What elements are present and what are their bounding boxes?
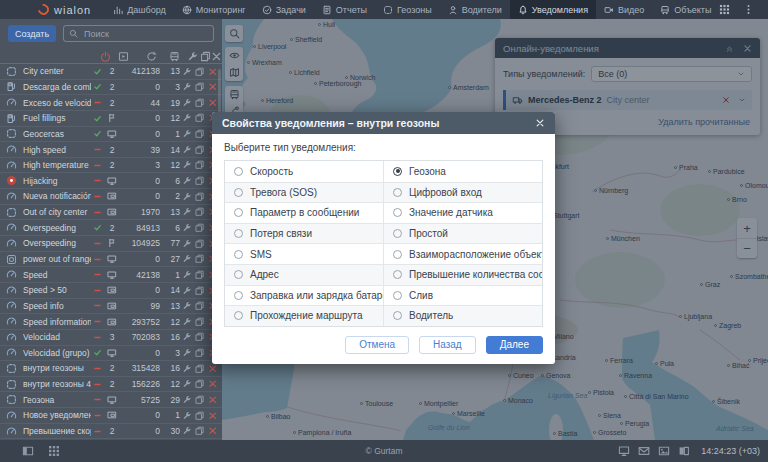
status-toggle[interactable]	[91, 395, 104, 404]
status-toggle[interactable]	[91, 301, 104, 310]
delete-button[interactable]	[206, 411, 219, 421]
zoom-out-button[interactable]: −	[737, 238, 757, 258]
notification-types-select[interactable]: Все (0)	[591, 66, 752, 82]
create-notification-button[interactable]: Создать	[8, 25, 56, 42]
edit-button[interactable]	[180, 364, 193, 374]
notification-row[interactable]: High speed23914	[0, 142, 222, 158]
status-toggle[interactable]	[91, 270, 104, 279]
notification-row[interactable]: Descarga de combus...203	[0, 80, 222, 96]
edit-button[interactable]	[180, 270, 193, 280]
notification-row[interactable]: внутри геозоны 4215622612	[0, 377, 222, 393]
radio-unselected[interactable]	[234, 311, 243, 320]
delete-button[interactable]	[206, 379, 219, 389]
nav-item-monitoring[interactable]: Мониторинг	[174, 0, 254, 19]
copy-button[interactable]	[193, 286, 206, 296]
radio-unselected[interactable]	[234, 188, 243, 197]
radio-unselected[interactable]	[234, 291, 243, 300]
map-layers-button[interactable]	[225, 64, 243, 81]
edit-button[interactable]	[180, 145, 193, 155]
cancel-button[interactable]: Отмена	[345, 336, 409, 354]
radio-unselected[interactable]	[393, 229, 402, 238]
edit-button[interactable]	[180, 223, 193, 233]
copy-button[interactable]	[193, 395, 206, 405]
notification-row[interactable]: Speed info9913	[0, 299, 222, 315]
notification-row[interactable]: power out of range027	[0, 252, 222, 268]
nav-item-video[interactable]: Видео	[596, 0, 652, 19]
next-button[interactable]: Далее	[486, 336, 543, 354]
radio-unselected[interactable]	[393, 188, 402, 197]
units-column-icon[interactable]	[169, 51, 180, 62]
edit-column-icon[interactable]	[187, 51, 198, 62]
status-toggle[interactable]	[91, 317, 104, 326]
edit-button[interactable]	[180, 129, 193, 139]
edit-button[interactable]	[180, 426, 193, 436]
edit-button[interactable]	[180, 254, 193, 264]
notification-row[interactable]: Exceso de velocidad24419	[0, 95, 222, 111]
edit-button[interactable]	[180, 113, 193, 123]
edit-button[interactable]	[180, 82, 193, 92]
copy-button[interactable]	[193, 113, 206, 123]
radio-unselected[interactable]	[393, 270, 402, 279]
close-icon[interactable]	[743, 44, 752, 53]
notification-type-option[interactable]: Потеря связи	[225, 224, 384, 244]
edit-button[interactable]	[180, 332, 193, 342]
status-toggle[interactable]	[91, 208, 104, 217]
notification-type-option[interactable]: Тревога (SOS)	[225, 183, 384, 203]
status-toggle[interactable]	[91, 427, 104, 436]
notification-row[interactable]: Speed information29375212	[0, 314, 222, 330]
edit-button[interactable]	[180, 192, 193, 202]
notification-row[interactable]: Hijacking06	[0, 173, 222, 189]
status-toggle[interactable]	[91, 348, 104, 357]
notification-type-option[interactable]: Значение датчика	[384, 203, 542, 223]
edit-button[interactable]	[180, 67, 193, 77]
status-toggle[interactable]	[91, 255, 104, 264]
edit-button[interactable]	[180, 395, 193, 405]
edit-button[interactable]	[180, 286, 193, 296]
activation-column-icon[interactable]	[100, 51, 111, 62]
copy-button[interactable]	[193, 129, 206, 139]
copy-column-icon[interactable]	[200, 51, 211, 62]
edit-button[interactable]	[180, 98, 193, 108]
copy-button[interactable]	[193, 270, 206, 280]
notification-row[interactable]: Геозона572529	[0, 392, 222, 408]
notification-row[interactable]: Out of city center197013	[0, 205, 222, 221]
kebab-menu-icon[interactable]	[743, 4, 754, 15]
online-notification-item[interactable]: Mercedes-Benz 2 City center	[503, 90, 752, 110]
radio-unselected[interactable]	[393, 208, 402, 217]
media-icon[interactable]	[658, 445, 670, 457]
delete-read-link[interactable]: Удалить прочитанные	[658, 117, 750, 127]
notification-row[interactable]: Overspeeding10492577	[0, 236, 222, 252]
copy-button[interactable]	[193, 301, 206, 311]
notification-type-option[interactable]: Адрес	[225, 265, 384, 285]
wialon-logo[interactable]: wialon	[38, 4, 91, 16]
apps-grid-icon[interactable]	[719, 4, 730, 15]
edit-button[interactable]	[180, 348, 193, 358]
notification-row[interactable]: Overspeeding2849136	[0, 220, 222, 236]
edit-button[interactable]	[180, 207, 193, 217]
radio-unselected[interactable]	[393, 291, 402, 300]
edit-button[interactable]	[180, 301, 193, 311]
edit-button[interactable]	[180, 239, 193, 249]
nav-item-dashboard[interactable]: Дашборд	[105, 0, 174, 19]
copy-button[interactable]	[193, 379, 206, 389]
status-toggle[interactable]	[91, 192, 104, 201]
nav-item-reports[interactable]: Отчеты	[314, 0, 375, 19]
status-toggle[interactable]	[91, 161, 104, 170]
delete-button[interactable]	[206, 395, 219, 405]
search-input[interactable]	[82, 28, 208, 40]
toggle-panel-icon[interactable]	[22, 445, 34, 457]
apps-grid-icon[interactable]	[48, 445, 60, 457]
radio-unselected[interactable]	[393, 250, 402, 259]
notification-row[interactable]: City center241213813	[0, 64, 222, 80]
edit-button[interactable]	[180, 176, 193, 186]
copy-button[interactable]	[193, 82, 206, 92]
copy-button[interactable]	[193, 254, 206, 264]
copy-button[interactable]	[193, 426, 206, 436]
notification-row[interactable]: Geocercas01	[0, 127, 222, 143]
status-toggle[interactable]	[91, 114, 104, 123]
delivery-column-icon[interactable]	[118, 51, 129, 62]
status-toggle[interactable]	[91, 145, 104, 154]
edit-button[interactable]	[180, 317, 193, 327]
copy-button[interactable]	[193, 176, 206, 186]
copy-button[interactable]	[193, 67, 206, 77]
